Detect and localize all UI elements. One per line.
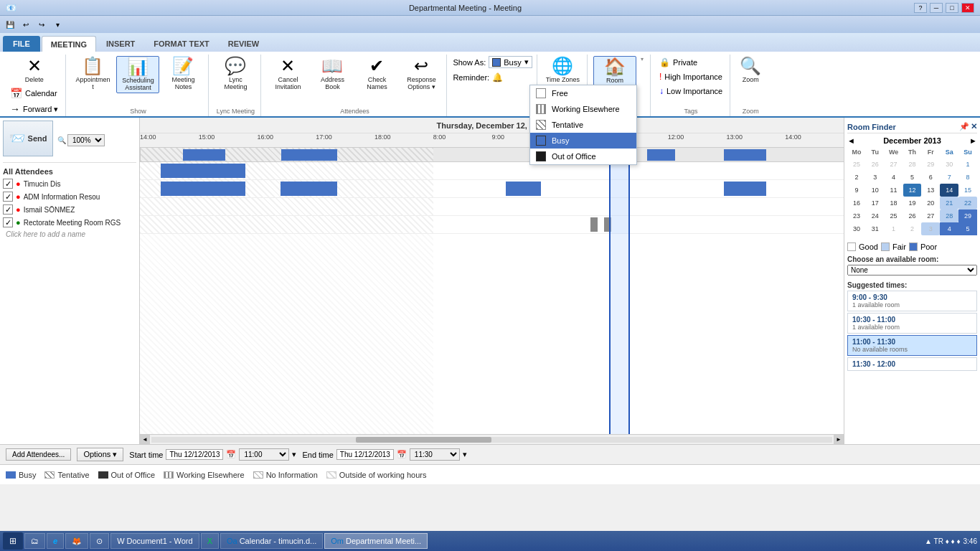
day-6[interactable]: 6	[921, 171, 940, 184]
attendee-row-rectorate[interactable]: ✓ ● Rectorate Meeting Room RGS	[3, 216, 136, 229]
day-12[interactable]: 12	[903, 184, 922, 197]
end-time-chevron[interactable]: ▾	[463, 450, 467, 459]
day-26[interactable]: 26	[903, 209, 922, 222]
tab-format-text[interactable]: FORMAT TEXT	[145, 36, 217, 52]
suggestion-1030-11[interactable]: 10:30 - 11:00 1 available room	[847, 313, 977, 334]
day-5-jan[interactable]: 5	[958, 222, 977, 235]
scroll-right[interactable]: ►	[834, 435, 844, 445]
taskbar-chrome[interactable]: ⊙	[90, 533, 109, 549]
day-21[interactable]: 21	[940, 197, 958, 209]
day-3[interactable]: 3	[866, 171, 885, 184]
dropdown-item-out-of-office[interactable]: Out of Office	[530, 149, 636, 164]
day-4-jan[interactable]: 4	[940, 222, 958, 235]
low-importance-btn[interactable]: ↓ Low Importance	[656, 85, 725, 98]
rf-close-icon[interactable]: ✕	[971, 122, 977, 131]
day-9[interactable]: 9	[847, 184, 866, 197]
tab-file[interactable]: FILE	[3, 36, 40, 52]
scheduling-btn[interactable]: 📊 Scheduling Assistant	[116, 56, 159, 93]
zoom-btn[interactable]: 🔍 Zoom	[736, 56, 765, 85]
start-button[interactable]: ⊞	[3, 532, 23, 550]
day-25[interactable]: 25	[885, 209, 903, 222]
day-24[interactable]: 24	[866, 209, 885, 222]
expand-btn[interactable]: ▾	[639, 56, 646, 62]
qat-save[interactable]: 💾	[3, 18, 17, 31]
attendee-row-timucin[interactable]: ✓ ● Timucin Dis	[3, 177, 136, 190]
rf-pin-icon[interactable]: 📌	[959, 122, 969, 131]
day-22[interactable]: 22	[958, 197, 977, 209]
day-2[interactable]: 2	[847, 171, 866, 184]
day-1-dec[interactable]: 1	[958, 158, 977, 171]
day-30[interactable]: 30	[847, 222, 866, 235]
day-10[interactable]: 10	[866, 184, 885, 197]
add-name-field[interactable]: Click here to add a name	[3, 229, 136, 240]
day-28-nov[interactable]: 28	[903, 158, 922, 171]
response-options-btn[interactable]: ↩ Response Options ▾	[400, 56, 442, 92]
check-names-btn[interactable]: ✔ Check Names	[356, 56, 397, 92]
day-7[interactable]: 7	[940, 171, 958, 184]
day-27-nov[interactable]: 27	[885, 158, 903, 171]
start-time-chevron[interactable]: ▾	[292, 450, 296, 459]
day-4[interactable]: 4	[885, 171, 903, 184]
day-18[interactable]: 18	[885, 197, 903, 209]
suggestion-9-930[interactable]: 9:00 - 9:30 1 available room	[847, 291, 977, 311]
options-btn[interactable]: Options ▾	[77, 448, 123, 461]
attendee-row-ismail[interactable]: ✓ ● İsmail SÖNMEZ	[3, 203, 136, 216]
day-28[interactable]: 28	[940, 209, 958, 222]
day-25-nov[interactable]: 25	[847, 158, 866, 171]
dropdown-item-tentative[interactable]: Tentative	[530, 117, 636, 133]
day-2-jan[interactable]: 2	[903, 222, 922, 235]
day-5[interactable]: 5	[903, 171, 922, 184]
calendar-btn[interactable]: 📅 Calendar	[7, 86, 61, 100]
lync-meeting-btn[interactable]: 💬 Lync Meeting	[215, 56, 256, 92]
high-importance-btn[interactable]: ! High Importance	[656, 70, 725, 83]
day-27[interactable]: 27	[921, 209, 940, 222]
close-btn[interactable]: ✕	[961, 3, 974, 13]
qat-customize[interactable]: ▾	[50, 18, 65, 31]
meeting-notes-btn[interactable]: 📝 Meeting Notes	[162, 56, 204, 92]
help-btn[interactable]: ?	[914, 3, 927, 13]
delete-btn[interactable]: ✕ Delete	[7, 56, 61, 85]
day-16[interactable]: 16	[847, 197, 866, 209]
taskbar-meeting[interactable]: Om Departmental Meeti...	[324, 533, 428, 549]
cancel-invitation-btn[interactable]: ✕ Cancel Invitation	[267, 56, 308, 92]
private-btn[interactable]: 🔒 Private	[656, 56, 700, 69]
scroll-thumb[interactable]	[356, 437, 492, 443]
day-20[interactable]: 20	[921, 197, 940, 209]
qat-undo[interactable]: ↩	[19, 18, 33, 31]
appointment-btn[interactable]: 📋 Appointment	[72, 56, 113, 92]
taskbar-explorer[interactable]: 🗂	[24, 533, 45, 549]
day-14[interactable]: 14	[940, 184, 958, 197]
day-31[interactable]: 31	[866, 222, 885, 235]
taskbar-excel[interactable]: X	[201, 533, 219, 549]
room-select[interactable]: None	[847, 265, 977, 276]
day-29-nov[interactable]: 29	[921, 158, 940, 171]
day-8[interactable]: 8	[958, 171, 977, 184]
attendee-row-adm[interactable]: ✓ ● ADM Information Resou	[3, 190, 136, 203]
day-19[interactable]: 19	[903, 197, 922, 209]
day-11[interactable]: 11	[885, 184, 903, 197]
prev-month-btn[interactable]: ◄	[847, 136, 855, 145]
suggestion-11-1130[interactable]: 11:00 - 11:30 No available rooms	[847, 335, 977, 356]
scroll-left[interactable]: ◄	[140, 435, 150, 445]
taskbar-ie[interactable]: e	[47, 533, 64, 549]
minimize-btn[interactable]: ─	[930, 3, 943, 13]
maximize-btn[interactable]: □	[946, 3, 958, 13]
end-date-input[interactable]	[336, 449, 394, 460]
day-17[interactable]: 17	[866, 197, 885, 209]
forward-btn[interactable]: → Forward ▾	[7, 102, 61, 116]
taskbar-firefox[interactable]: 🦊	[65, 533, 88, 549]
next-month-btn[interactable]: ►	[969, 136, 977, 145]
taskbar-word[interactable]: W Document1 - Word	[110, 533, 199, 549]
day-29[interactable]: 29	[958, 209, 977, 222]
end-time-select[interactable]: 11:30	[410, 448, 460, 461]
start-time-select[interactable]: 11:00	[239, 448, 289, 461]
dropdown-item-busy[interactable]: Busy	[530, 133, 636, 149]
day-1-jan[interactable]: 1	[885, 222, 903, 235]
zoom-select[interactable]: 100%	[67, 134, 105, 146]
address-book-btn[interactable]: 📖 Address Book	[311, 56, 353, 92]
taskbar-outlook-cal[interactable]: Oa Calendar - timucin.d...	[220, 533, 323, 549]
h-scrollbar[interactable]: ◄ ►	[140, 434, 844, 444]
scroll-track[interactable]	[151, 437, 832, 443]
suggestion-1130-12[interactable]: 11:30 - 12:00	[847, 357, 977, 371]
qat-redo[interactable]: ↪	[34, 18, 49, 31]
